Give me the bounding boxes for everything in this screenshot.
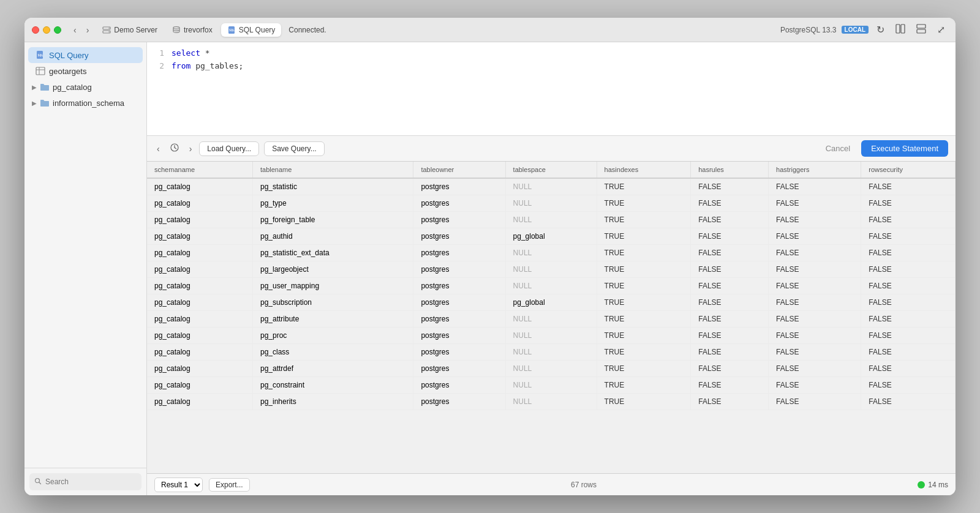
history-back-button[interactable]: ‹ (154, 141, 162, 156)
results-area: schemaname tablename tableowner tablespa… (147, 162, 956, 495)
svg-line-17 (39, 482, 41, 484)
table-cell: FALSE (861, 261, 956, 278)
connection-status: Connected. (288, 26, 326, 34)
svg-point-3 (109, 31, 110, 32)
table-cell: pg_statistic_ext_data (252, 245, 413, 261)
col-hastriggers[interactable]: hastriggers (769, 162, 861, 178)
sql-icon: SQL (227, 26, 236, 34)
table-cell: pg_authid (252, 228, 413, 245)
save-query-button[interactable]: Save Query... (264, 141, 324, 156)
table-cell: postgres (413, 212, 505, 228)
minimize-button[interactable] (43, 26, 50, 34)
folder-icon-info-schema (40, 98, 50, 108)
sidebar-item-sql-query[interactable]: SQL SQL Query (28, 47, 143, 63)
sidebar-item-information-schema[interactable]: ▶ information_schema (24, 95, 146, 111)
titlebar-right: PostgreSQL 13.3 LOCAL ↻ ⤢ (780, 23, 948, 37)
search-input[interactable] (45, 477, 137, 486)
table-cell: FALSE (769, 294, 861, 311)
titlebar: ‹ › Demo Server (24, 18, 956, 42)
table-cell: FALSE (691, 294, 769, 311)
col-tablespace[interactable]: tablespace (505, 162, 597, 178)
layout-button-1[interactable] (892, 23, 908, 37)
svg-rect-9 (917, 24, 925, 28)
sidebar-item-pg-catalog[interactable]: ▶ pg_catalog (24, 79, 146, 95)
table-cell: TRUE (597, 344, 691, 361)
col-tableowner[interactable]: tableowner (413, 162, 505, 178)
col-rowsecurity[interactable]: rowsecurity (861, 162, 956, 178)
editor-line-2: 2 from pg_tables; (154, 60, 948, 73)
folder-icon-pg-catalog (40, 82, 50, 92)
svg-point-4 (173, 26, 179, 29)
table-cell: pg_type (252, 195, 413, 212)
expand-button[interactable]: ⤢ (934, 23, 948, 37)
svg-text:SQL: SQL (229, 28, 235, 32)
content-area: 1 select * 2 from pg_tables; ‹ (147, 42, 956, 495)
tab-trevorfox[interactable]: trevorfox (166, 23, 219, 37)
table-cell: FALSE (691, 344, 769, 361)
col-schemaname[interactable]: schemaname (147, 162, 252, 178)
env-badge: LOCAL (842, 26, 869, 34)
tab-demo-server[interactable]: Demo Server (96, 23, 164, 37)
layout-button-2[interactable] (913, 23, 929, 37)
table-cell: TRUE (597, 278, 691, 294)
col-tablename[interactable]: tablename (252, 162, 413, 178)
table-cell: FALSE (861, 361, 956, 377)
svg-point-2 (109, 28, 110, 29)
table-row: pg_catalogpg_procpostgresNULLTRUEFALSEFA… (147, 328, 956, 344)
table-cell: FALSE (769, 394, 861, 410)
svg-rect-8 (901, 24, 905, 33)
sql-file-icon: SQL (36, 50, 45, 60)
table-cell: NULL (505, 178, 597, 195)
table-cell: FALSE (691, 394, 769, 410)
svg-rect-10 (917, 29, 925, 33)
col-hasindexes[interactable]: hasindexes (597, 162, 691, 178)
export-button[interactable]: Export... (209, 478, 250, 492)
table-cell: TRUE (597, 328, 691, 344)
table-cell: pg_catalog (147, 212, 252, 228)
table-cell: postgres (413, 278, 505, 294)
table-cell: postgres (413, 361, 505, 377)
history-clock-button[interactable] (167, 140, 182, 157)
cancel-button[interactable]: Cancel (820, 141, 856, 155)
table-cell: pg_catalog (147, 278, 252, 294)
sidebar-sql-query-label: SQL Query (49, 51, 89, 60)
table-cell: TRUE (597, 294, 691, 311)
search-box[interactable] (29, 473, 141, 490)
table-cell: pg_catalog (147, 261, 252, 278)
col-hasrules[interactable]: hasrules (691, 162, 769, 178)
table-row: pg_catalogpg_inheritspostgresNULLTRUEFAL… (147, 394, 956, 410)
back-nav-button[interactable]: ‹ (71, 24, 79, 36)
close-button[interactable] (32, 26, 39, 34)
table-cell: NULL (505, 394, 597, 410)
table-cell: FALSE (769, 178, 861, 195)
refresh-button[interactable]: ↻ (873, 23, 888, 37)
table-cell: FALSE (769, 245, 861, 261)
table-cell: FALSE (861, 178, 956, 195)
table-cell: NULL (505, 311, 597, 328)
tab-demo-server-label: Demo Server (114, 26, 157, 34)
table-cell: postgres (413, 245, 505, 261)
table-cell: pg_foreign_table (252, 212, 413, 228)
table-cell: pg_catalog (147, 178, 252, 195)
table-cell: pg_catalog (147, 377, 252, 394)
history-forward-button[interactable]: › (187, 141, 195, 156)
table-cell: pg_global (505, 294, 597, 311)
header-row: schemaname tablename tableowner tablespa… (147, 162, 956, 178)
table-cell: FALSE (861, 245, 956, 261)
table-cell: pg_attrdef (252, 361, 413, 377)
results-table-container[interactable]: schemaname tablename tableowner tablespa… (147, 162, 956, 473)
sidebar-pg-catalog-label: pg_catalog (53, 83, 92, 92)
table-cell: NULL (505, 278, 597, 294)
result-tab-select[interactable]: Result 1 (154, 477, 203, 492)
tab-sql-query[interactable]: SQL SQL Query (221, 23, 282, 37)
line-content-2: from pg_tables; (172, 60, 243, 73)
table-cell: postgres (413, 178, 505, 195)
execute-button[interactable]: Execute Statement (861, 140, 948, 157)
forward-nav-button[interactable]: › (84, 24, 92, 36)
table-cell: FALSE (861, 228, 956, 245)
editor-body[interactable]: 1 select * 2 from pg_tables; (147, 42, 956, 135)
main-window: ‹ › Demo Server (24, 18, 956, 495)
sidebar-item-geotargets[interactable]: geotargets (28, 63, 143, 79)
load-query-button[interactable]: Load Query... (199, 141, 259, 156)
maximize-button[interactable] (54, 26, 61, 34)
